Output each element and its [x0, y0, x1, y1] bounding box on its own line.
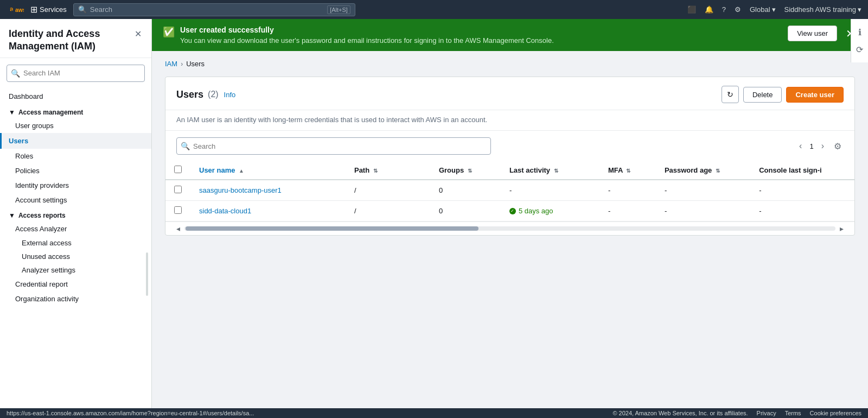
- sidebar-item-unused-access[interactable]: Unused access: [0, 250, 151, 263]
- sidebar-item-external-access[interactable]: External access: [0, 236, 151, 250]
- sidebar: Identity and Access Management (IAM) ✕ 🔍…: [0, 19, 152, 408]
- column-password-age[interactable]: Password age ⇅: [656, 161, 750, 180]
- table-container: User name ▲ Path ⇅ Groups ⇅: [165, 161, 854, 221]
- banner-left: ✅ User created successfully You can view…: [163, 26, 554, 45]
- table-scrollbar-track[interactable]: [184, 226, 835, 231]
- global-search-bar[interactable]: 🔍 [Alt+S]: [73, 3, 355, 16]
- row2-checkbox[interactable]: [174, 206, 182, 214]
- last-activity-text: 5 days ago: [519, 207, 553, 215]
- status-url: https://us-east-1.console.aws.amazon.com…: [7, 410, 254, 416]
- users-count: (2): [208, 90, 219, 99]
- table-scrollbar-thumb: [186, 226, 478, 231]
- sidebar-section-access-management[interactable]: ▼ Access management: [0, 104, 151, 118]
- row1-console-signin: -: [750, 180, 854, 201]
- sidebar-item-users[interactable]: Users: [0, 133, 151, 149]
- table-row: sidd-data-cloud1 / 0 5 days ago: [165, 201, 854, 221]
- sidebar-item-account-settings[interactable]: Account settings: [0, 193, 151, 207]
- users-table: User name ▲ Path ⇅ Groups ⇅: [165, 161, 854, 221]
- user-link-row2[interactable]: sidd-data-cloud1: [199, 207, 251, 215]
- nav-icon-help[interactable]: ?: [722, 5, 726, 14]
- access-reports-label: Access reports: [18, 212, 66, 219]
- user-link-row1[interactable]: saasguru-bootcamp-user1: [199, 186, 282, 194]
- row1-mfa: -: [599, 180, 656, 201]
- top-navigation: aws ⊞ Services 🔍 [Alt+S] ⬛ 🔔 ? ⚙ Global …: [0, 0, 868, 19]
- prev-page-button[interactable]: ‹: [796, 140, 805, 152]
- banner-actions: View user ✕: [788, 26, 857, 41]
- scroll-right-arrow[interactable]: ▸: [840, 224, 844, 233]
- success-banner: ✅ User created successfully You can view…: [152, 19, 868, 51]
- nav-icon-bell[interactable]: 🔔: [705, 5, 713, 14]
- global-search-input[interactable]: [90, 5, 324, 14]
- table-settings-button[interactable]: ⚙: [832, 139, 844, 154]
- next-page-button[interactable]: ›: [818, 140, 827, 152]
- account-selector[interactable]: Siddhesh AWS training ▾: [784, 5, 861, 14]
- side-icon-refresh[interactable]: ⟳: [856, 45, 863, 55]
- side-icons: ℹ ⟳: [851, 19, 868, 62]
- column-mfa[interactable]: MFA ⇅: [599, 161, 656, 180]
- sidebar-navigation: Dashboard ▼ Access management User group…: [0, 86, 151, 308]
- sidebar-item-policies[interactable]: Policies: [0, 163, 151, 178]
- page-number: 1: [809, 142, 813, 150]
- sidebar-close-button[interactable]: ✕: [133, 28, 143, 40]
- row2-username: sidd-data-cloud1: [190, 201, 346, 221]
- column-username[interactable]: User name ▲: [190, 161, 346, 180]
- sidebar-scrollbar[interactable]: [146, 252, 148, 296]
- breadcrumb-current: Users: [186, 60, 205, 68]
- row1-checkbox-cell: [165, 180, 190, 201]
- sidebar-item-dashboard[interactable]: Dashboard: [0, 88, 151, 104]
- column-groups[interactable]: Groups ⇅: [430, 161, 501, 180]
- column-console-signin[interactable]: Console last sign-i: [750, 161, 854, 180]
- sidebar-item-identity-providers[interactable]: Identity providers: [0, 178, 151, 193]
- table-scroll-area: ◂ ▸: [165, 221, 854, 235]
- sidebar-search-input[interactable]: [7, 65, 145, 82]
- refresh-button[interactable]: ↻: [722, 86, 739, 103]
- users-panel-description: An IAM user is an identity with long-ter…: [165, 110, 854, 131]
- sidebar-item-credential-report[interactable]: Credential report: [0, 277, 151, 292]
- users-panel-header: Users (2) Info ↻ Delete Create user: [165, 77, 854, 110]
- sidebar-item-org-activity[interactable]: Organization activity: [0, 292, 151, 306]
- select-all-checkbox[interactable]: [174, 166, 182, 173]
- main-layout: Identity and Access Management (IAM) ✕ 🔍…: [0, 19, 868, 408]
- scroll-left-arrow[interactable]: ◂: [176, 224, 180, 233]
- table-toolbar: 🔍 ‹ 1 › ⚙: [165, 131, 854, 161]
- sidebar-item-access-analyzer[interactable]: Access Analyzer: [0, 221, 151, 236]
- services-menu[interactable]: ⊞ Services: [30, 4, 67, 15]
- column-path[interactable]: Path ⇅: [346, 161, 430, 180]
- info-link[interactable]: Info: [224, 91, 236, 99]
- create-user-button[interactable]: Create user: [786, 87, 844, 103]
- sidebar-section-access-reports[interactable]: ▼ Access reports: [0, 207, 151, 221]
- row1-checkbox[interactable]: [174, 186, 182, 193]
- nav-icon-terminal[interactable]: ⬛: [687, 5, 696, 14]
- delete-button[interactable]: Delete: [743, 87, 782, 103]
- page-content: IAM › Users Users (2) Info: [152, 51, 868, 408]
- side-icon-info[interactable]: ℹ: [858, 27, 861, 37]
- sort-icon-path: ⇅: [373, 168, 378, 174]
- terms-link[interactable]: Terms: [785, 410, 801, 416]
- refresh-icon: ↻: [727, 90, 733, 99]
- row1-path: /: [346, 180, 430, 201]
- nav-icon-settings[interactable]: ⚙: [735, 5, 741, 14]
- column-last-activity[interactable]: Last activity ⇅: [501, 161, 599, 180]
- region-selector[interactable]: Global ▾: [750, 5, 776, 14]
- sidebar-item-user-groups[interactable]: User groups: [0, 118, 151, 133]
- table-search-area: 🔍: [176, 137, 491, 155]
- cookie-preferences-link[interactable]: Cookie preferences: [810, 410, 861, 416]
- row1-password-age: -: [656, 180, 750, 201]
- sort-icon-last-activity: ⇅: [554, 168, 558, 174]
- breadcrumb-iam-link[interactable]: IAM: [165, 60, 177, 68]
- users-panel: Users (2) Info ↻ Delete Create user: [165, 77, 855, 236]
- row2-mfa: -: [599, 201, 656, 221]
- sort-asc-icon: ▲: [239, 168, 244, 174]
- status-bar: https://us-east-1.console.aws.amazon.com…: [0, 408, 868, 418]
- sidebar-search-icon: 🔍: [11, 69, 20, 78]
- view-user-button[interactable]: View user: [788, 26, 837, 41]
- table-search-input[interactable]: [176, 137, 491, 155]
- sidebar-item-roles[interactable]: Roles: [0, 149, 151, 163]
- aws-logo[interactable]: aws: [7, 4, 24, 15]
- main-content: ✅ User created successfully You can view…: [152, 19, 868, 408]
- privacy-link[interactable]: Privacy: [757, 410, 776, 416]
- users-title: Users (2): [176, 89, 219, 100]
- sidebar-item-analyzer-settings[interactable]: Analyzer settings: [0, 263, 151, 277]
- pagination-controls: ‹ 1 › ⚙: [796, 139, 844, 154]
- table-row: saasguru-bootcamp-user1 / 0 - - - -: [165, 180, 854, 201]
